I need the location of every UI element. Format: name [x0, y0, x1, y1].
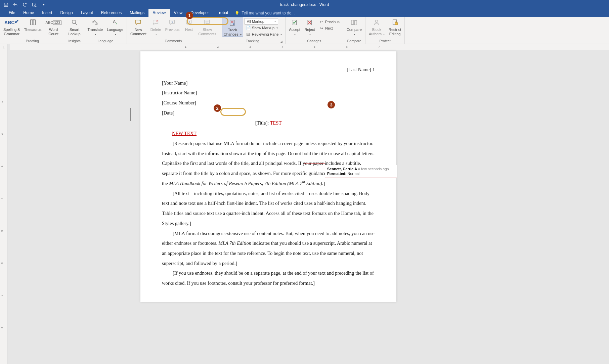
compare-icon [350, 18, 358, 27]
svg-rect-0 [33, 3, 35, 6]
reviewing-pane-button[interactable]: ▤ Reviewing Pane▾ [245, 31, 284, 37]
reject-button[interactable]: Reject▾ [303, 17, 316, 36]
previous-change-button[interactable]: ↩ Previous [318, 19, 341, 25]
callout-pill-1 [187, 17, 228, 25]
tab-home[interactable]: Home [19, 9, 38, 17]
translate-button[interactable]: aあ Translate▾ [86, 17, 104, 36]
revision-time: A few seconds ago [358, 167, 389, 171]
body-p1: [Research papers that use MLA format do … [162, 139, 375, 189]
title-prefix: [Title]: [255, 120, 270, 126]
spelling-grammar-button[interactable]: ABC✔ Spelling & Grammar [2, 17, 21, 36]
inserted-text-test: TEST [270, 120, 282, 126]
callout-2: 2 [214, 104, 221, 112]
tell-me-placeholder: Tell me what you want to do... [242, 11, 295, 15]
tab-file[interactable]: File [5, 9, 19, 17]
word-count-button[interactable]: ABC123 Word Count [44, 17, 63, 36]
restrict-editing-button[interactable]: Restrict Editing [387, 17, 402, 36]
svg-rect-12 [354, 21, 357, 25]
window-title: track_changes.docx - Word [280, 2, 329, 7]
group-label-changes: Changes [288, 38, 341, 44]
new-comment-button[interactable]: + New Comment [129, 17, 148, 36]
accept-button[interactable]: Accept▾ [288, 17, 302, 36]
group-label-insights: Insights [67, 38, 82, 44]
tab-insert[interactable]: Insert [38, 9, 56, 17]
qat-customize-icon[interactable]: ▾ [40, 1, 47, 8]
tracking-dialog-launcher[interactable]: ◢ [280, 40, 282, 43]
block-authors-button[interactable]: Block Authors ▾ [367, 17, 386, 36]
show-markup-icon: 📄 [246, 26, 251, 30]
horizontal-ruler[interactable]: 1 2 3 4 5 6 7 [10, 44, 609, 50]
svg-rect-8 [230, 20, 234, 26]
field-yourname: [Your Name] [162, 78, 375, 88]
ribbon: ABC✔ Spelling & Grammar Thesaurus ABC123… [0, 17, 609, 44]
svg-text:+: + [139, 19, 141, 22]
revision-balloon[interactable]: Sennett, Carrie A A few seconds ago Form… [325, 165, 397, 178]
next-change-button[interactable]: ↪ Next [318, 25, 341, 31]
revision-connector [304, 164, 325, 164]
group-proofing: ABC✔ Spelling & Grammar Thesaurus ABC123… [0, 17, 65, 44]
group-protect: Block Authors ▾ Restrict Editing Protect [365, 17, 405, 44]
body-p2: [All text—including titles, quotations, … [162, 189, 375, 229]
inserted-text-new: NEW TEXT [172, 129, 375, 139]
document-area: L 1 2 3 4 5 6 7 1 2 3 4 5 6 7 8 [Last Na… [0, 44, 609, 364]
tab-review[interactable]: Review [148, 9, 170, 17]
next-change-icon: ↪ [319, 26, 324, 31]
callout-3: 3 [328, 101, 335, 108]
svg-text:あ: あ [95, 21, 98, 25]
thesaurus-button[interactable]: Thesaurus [23, 17, 43, 32]
compare-button[interactable]: Compare▾ [345, 17, 363, 36]
revision-value: Normal [348, 172, 359, 176]
svg-text:a: a [92, 20, 94, 23]
group-tracking: Track Changes ▾ All Markup▾ 📄 Show Marku… [220, 17, 286, 44]
smart-lookup-icon [71, 18, 78, 27]
translate-icon: aあ [91, 18, 99, 27]
group-language: aあ Translate▾ A✔ Language▾ Language [84, 17, 127, 44]
svg-rect-11 [351, 20, 354, 25]
field-course: [Course Number] [162, 98, 375, 108]
lightbulb-icon: 💡 [235, 11, 240, 15]
tab-stop-selector[interactable]: L [0, 44, 7, 50]
delete-comment-icon [152, 18, 160, 27]
tab-view[interactable]: View [170, 9, 187, 17]
title-line: [Title]: TEST [162, 118, 375, 128]
group-compare: Compare▾ Compare [343, 17, 365, 44]
track-changes-icon [229, 18, 236, 27]
block-authors-icon [373, 18, 380, 27]
display-for-review-dropdown[interactable]: All Markup▾ [245, 18, 278, 25]
group-insights: Smart Lookup Insights [65, 17, 84, 44]
header-lastname: [Last Name] 1 [162, 65, 375, 75]
body-p3: [MLA format discourages extensive use of… [162, 229, 375, 269]
tab-mailings[interactable]: Mailings [126, 9, 148, 17]
tab-acrobat[interactable]: robat [215, 9, 232, 17]
word-count-icon: ABC123 [46, 18, 61, 27]
reject-icon [306, 18, 313, 27]
tab-layout[interactable]: Layout [77, 9, 97, 17]
revision-label: Formatted: [327, 172, 346, 176]
svg-rect-15 [395, 22, 397, 25]
svg-point-13 [376, 20, 378, 22]
accept-icon [291, 18, 298, 27]
language-button[interactable]: A✔ Language▾ [105, 17, 125, 36]
show-markup-button[interactable]: 📄 Show Markup▾ [245, 25, 284, 31]
revision-author: Sennett, Carrie A [327, 167, 357, 171]
field-instructor: [Instructor Name] [162, 88, 375, 98]
delete-comment-button[interactable]: Delete▾ [149, 17, 163, 36]
tab-design[interactable]: Design [56, 9, 77, 17]
print-preview-icon[interactable] [31, 1, 38, 8]
previous-comment-button[interactable]: Previous [164, 17, 181, 32]
save-icon[interactable] [3, 1, 9, 8]
body-p4: [If you use endnotes, they should be on … [162, 268, 375, 288]
previous-change-icon: ↩ [319, 19, 324, 24]
quick-access-toolbar: ▾ [0, 1, 47, 8]
change-bar [130, 108, 131, 121]
vertical-ruler[interactable]: 1 2 3 4 5 6 7 8 [0, 50, 7, 364]
group-label-comments: Comments [129, 38, 218, 44]
smart-lookup-button[interactable]: Smart Lookup [67, 17, 82, 36]
tell-me-search[interactable]: 💡 Tell me what you want to do... [235, 11, 295, 17]
undo-icon[interactable] [12, 1, 19, 8]
tab-references[interactable]: References [97, 9, 126, 17]
group-label-compare: Compare [345, 38, 363, 44]
svg-text:✔: ✔ [115, 22, 118, 25]
group-label-language: Language [86, 38, 125, 44]
redo-icon[interactable] [21, 1, 28, 8]
